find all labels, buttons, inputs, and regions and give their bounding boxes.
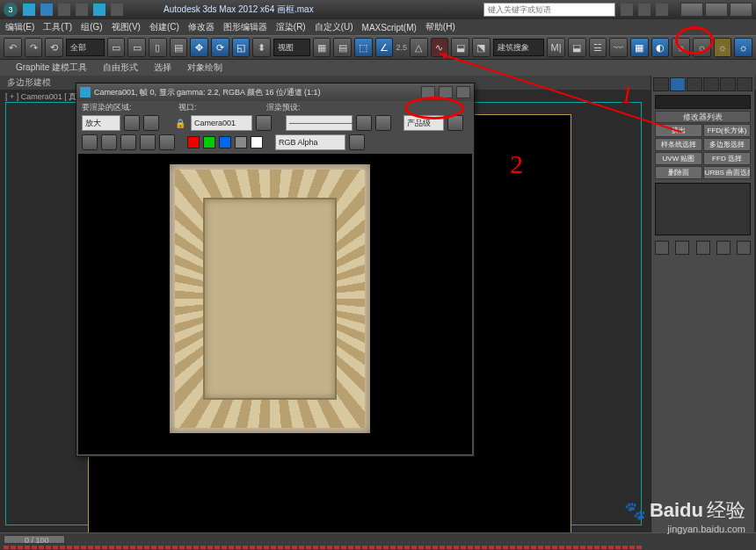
layers-button[interactable]: ☱ <box>589 38 607 57</box>
tool-button[interactable]: ⬔ <box>472 38 491 57</box>
modifier-button[interactable]: 多边形选择 <box>703 138 751 151</box>
region-button[interactable] <box>143 115 159 131</box>
modifier-list-header[interactable]: 修改器列表 <box>655 111 751 123</box>
menu-item[interactable]: 帮助(H) <box>425 21 455 33</box>
align-button[interactable]: ⬓ <box>568 38 586 57</box>
red-channel-toggle[interactable] <box>187 136 200 148</box>
help-search-input[interactable] <box>483 3 615 17</box>
close-button[interactable] <box>730 3 752 17</box>
info-icon[interactable] <box>656 4 668 16</box>
copy-image-button[interactable] <box>101 134 117 150</box>
modifier-stack[interactable] <box>655 183 751 235</box>
create-tab[interactable] <box>653 77 669 91</box>
ribbon-tab[interactable]: Graphite 建模工具 <box>16 62 87 74</box>
qat-icon[interactable] <box>40 4 53 16</box>
preset-dropdown[interactable]: ———————— <box>286 115 353 131</box>
ribbon-tab[interactable]: 对象绘制 <box>187 62 222 74</box>
named-selection-dropdown[interactable]: 建筑搜象 <box>493 39 545 56</box>
object-name-field[interactable] <box>655 95 751 109</box>
maximize-button[interactable] <box>439 86 453 98</box>
time-slider[interactable]: 0 / 100 <box>0 532 756 550</box>
region-button[interactable] <box>124 115 140 131</box>
help-icon[interactable] <box>621 4 633 16</box>
rotate-button[interactable]: ⟳ <box>211 38 229 57</box>
tool-button[interactable]: ▦ <box>313 38 331 57</box>
pin-stack-button[interactable] <box>655 241 669 255</box>
lock-icon[interactable]: 🔒 <box>173 116 187 130</box>
menu-item[interactable]: 图形编辑器 <box>223 21 267 33</box>
toggle-overlay-button[interactable] <box>349 134 365 150</box>
tool-button[interactable]: ⬓ <box>451 38 469 57</box>
modifier-button[interactable]: 样条线选择 <box>655 138 702 151</box>
make-unique-button[interactable] <box>696 241 710 255</box>
scale-button[interactable]: ◱ <box>232 38 251 57</box>
qat-icon[interactable] <box>23 4 35 16</box>
display-tab[interactable] <box>720 77 736 91</box>
clear-button[interactable] <box>159 134 175 150</box>
ribbon-tab[interactable]: 选择 <box>154 62 171 74</box>
qat-icon[interactable] <box>93 4 105 16</box>
star-icon[interactable] <box>638 4 651 16</box>
qat-icon[interactable] <box>111 4 123 16</box>
select-name-button[interactable]: ▤ <box>170 38 188 57</box>
render-setup-button[interactable]: ☼ <box>672 38 690 57</box>
modifier-button[interactable]: FFD 选择 <box>703 152 751 165</box>
modify-tab[interactable] <box>670 77 686 91</box>
blue-channel-toggle[interactable] <box>219 136 231 148</box>
menu-item[interactable]: 渲染(R) <box>276 21 306 33</box>
viewport-dropdown[interactable]: Camera001 <box>191 115 252 131</box>
view-dropdown[interactable]: 视图 <box>273 39 310 56</box>
menu-item[interactable]: 工具(T) <box>43 21 72 33</box>
tool-button[interactable]: ▤ <box>333 38 352 57</box>
render-output[interactable] <box>78 154 472 454</box>
tool-button[interactable]: ▭ <box>127 38 146 57</box>
minimize-button[interactable] <box>680 3 703 17</box>
clone-button[interactable] <box>120 134 136 150</box>
qat-icon[interactable] <box>58 4 70 16</box>
area-dropdown[interactable]: 放大 <box>82 115 120 131</box>
render-window-titlebar[interactable]: Camera001, 帧 0, 显示 gamma: 2.2, RGBA 颜色 1… <box>76 83 474 101</box>
undo-button[interactable]: ↶ <box>4 38 22 57</box>
modifier-button[interactable]: 挤出 <box>655 124 702 137</box>
maximize-button[interactable] <box>705 3 728 17</box>
menu-item[interactable]: 创建(C) <box>149 21 179 33</box>
menu-item[interactable]: 组(G) <box>81 21 102 33</box>
tool-button[interactable]: ∿ <box>431 38 449 57</box>
utilities-tab[interactable] <box>737 77 752 91</box>
alpha-channel-toggle[interactable] <box>235 136 247 148</box>
preset-save-button[interactable] <box>375 115 391 131</box>
modifier-button[interactable]: FFD(长方体) <box>703 124 751 137</box>
select-button[interactable]: ▯ <box>149 38 167 57</box>
schematic-button[interactable]: ▦ <box>630 38 649 57</box>
mono-channel-toggle[interactable] <box>251 136 263 148</box>
modifier-button[interactable]: 删除面 <box>655 166 702 179</box>
lock-viewport-button[interactable] <box>256 115 272 131</box>
tool-button[interactable]: ▭ <box>107 38 126 57</box>
qat-icon[interactable] <box>76 4 88 16</box>
modifier-button[interactable]: UVW 贴图 <box>655 152 702 165</box>
render-frame-button[interactable]: ☼ <box>693 38 711 57</box>
angle-snap-button[interactable]: ∠ <box>375 38 394 57</box>
channel-dropdown[interactable]: RGB Alpha <box>275 134 345 150</box>
redo-button[interactable]: ↷ <box>25 38 43 57</box>
menu-item[interactable]: 自定义(U) <box>315 21 353 33</box>
motion-tab[interactable] <box>703 77 719 91</box>
move-button[interactable]: ✥ <box>190 38 208 57</box>
menu-item[interactable]: 视图(V) <box>112 21 141 33</box>
hierarchy-tab[interactable] <box>687 77 702 91</box>
production-dropdown[interactable]: 产品级 <box>403 115 444 131</box>
mirror-button[interactable]: M| <box>547 38 565 57</box>
link-button[interactable]: ⟲ <box>45 38 63 57</box>
print-button[interactable] <box>140 134 156 150</box>
configure-sets-button[interactable] <box>737 241 751 255</box>
remove-modifier-button[interactable] <box>716 241 731 255</box>
green-channel-toggle[interactable] <box>203 136 215 148</box>
selection-set-dropdown[interactable]: 全部 <box>66 39 105 56</box>
snap-button[interactable]: ⬚ <box>354 38 373 57</box>
save-image-button[interactable] <box>82 134 98 150</box>
close-button[interactable] <box>456 86 470 98</box>
minimize-button[interactable] <box>421 86 435 98</box>
menu-item[interactable]: 修改器 <box>188 21 214 33</box>
refsys-button[interactable]: ⬍ <box>252 38 271 57</box>
menu-item[interactable]: MAXScript(M) <box>362 23 417 33</box>
